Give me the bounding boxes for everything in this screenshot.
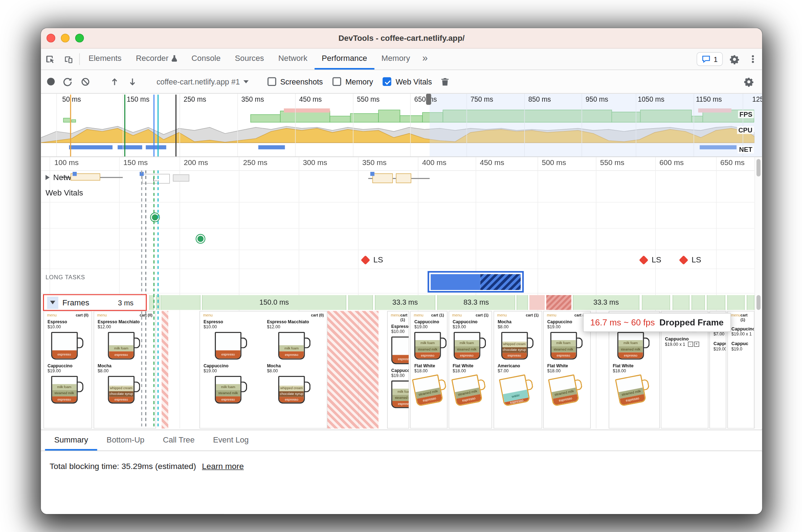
cup-handle bbox=[643, 338, 650, 348]
cup-layer: espresso bbox=[109, 397, 134, 403]
product-price: $19.00 bbox=[547, 324, 587, 329]
overview-drag-handle[interactable] bbox=[426, 93, 431, 105]
long-tasks-track-label: LONG TASKS bbox=[45, 274, 85, 280]
network-disclosure-icon[interactable] bbox=[45, 175, 49, 180]
devtools-settings-button[interactable] bbox=[725, 49, 744, 70]
filmstrip-screenshot[interactable]: menucart (0)Espresso$10.00espressoEspres… bbox=[199, 311, 327, 429]
increment-button[interactable]: + bbox=[694, 342, 699, 347]
coffee-cup: milk foamsteamed milkespresso bbox=[453, 332, 487, 359]
screenshot-header: menucart (1) bbox=[411, 311, 447, 318]
cup-layer: steamed milk bbox=[392, 395, 409, 401]
checkbox-web-vitals[interactable]: Web Vitals bbox=[383, 77, 432, 86]
more-tabs-chevron[interactable]: » bbox=[417, 49, 433, 70]
cart-item-qty: $19.00 bbox=[714, 346, 726, 351]
load-profile-button[interactable] bbox=[110, 77, 120, 87]
cup-handle bbox=[527, 338, 533, 348]
tab-elements[interactable]: Elements bbox=[81, 49, 129, 70]
kebab-menu-button[interactable] bbox=[744, 49, 762, 70]
web-vitals-track-label[interactable]: Web Vitals bbox=[45, 188, 83, 198]
frame-segment[interactable] bbox=[348, 295, 373, 310]
cup-layer: espresso bbox=[392, 401, 409, 407]
frame-segment[interactable] bbox=[642, 295, 670, 310]
frame-segment[interactable] bbox=[747, 295, 754, 310]
overview-row-label: FPS bbox=[738, 111, 754, 118]
messages-button[interactable]: 1 bbox=[697, 52, 723, 66]
coffee-cup: milk foamsteamed milkespresso bbox=[414, 332, 448, 359]
cup-body: milk foamsteamed milkespresso bbox=[414, 332, 441, 359]
frame-segment[interactable] bbox=[673, 295, 690, 310]
web-vitals-marker[interactable] bbox=[197, 235, 205, 243]
filmstrip-screenshot[interactable]: menucart (1)Cappucino$19.00 x 1-+Cappuc$… bbox=[727, 311, 754, 429]
frames-disclosure-chip[interactable] bbox=[47, 296, 58, 309]
filmstrip-screenshot[interactable]: menucart (0)Espresso Macchiato$12.00milk… bbox=[93, 311, 156, 429]
bottom-tab-call-tree[interactable]: Call Tree bbox=[154, 430, 204, 450]
marker-guide-line bbox=[154, 170, 154, 429]
inspect-element-button[interactable] bbox=[41, 49, 59, 70]
scrollbar-thumb[interactable] bbox=[757, 295, 760, 310]
save-profile-button[interactable] bbox=[127, 77, 138, 87]
tab-recorder[interactable]: Recorder bbox=[129, 49, 184, 70]
filmstrip-screenshot[interactable]: menucart (1)Cappuccino$19.00milk foamste… bbox=[410, 311, 448, 429]
tab-network[interactable]: Network bbox=[271, 49, 314, 70]
tab-console[interactable]: Console bbox=[184, 49, 228, 70]
layout-shift-marker[interactable] bbox=[361, 255, 370, 265]
checkbox-label: Memory bbox=[346, 77, 373, 86]
screenshot-header: menucart (1) bbox=[449, 311, 492, 318]
reload-record-button[interactable] bbox=[62, 77, 73, 87]
frame-segment[interactable] bbox=[707, 295, 725, 310]
filmstrip-screenshot[interactable]: menucart (0)Espresso$10.00espressoCappuc… bbox=[43, 311, 92, 429]
overview-time-label: 850 ms bbox=[528, 96, 551, 103]
network-request-bar[interactable]: I... bbox=[142, 174, 170, 184]
frame-segment[interactable] bbox=[691, 295, 705, 310]
overview-gridline bbox=[410, 93, 411, 156]
clear-button[interactable] bbox=[80, 77, 91, 87]
product-grid: Espresso$10.00espressoEspresso Macchiato… bbox=[200, 318, 327, 406]
device-toolbar-button[interactable] bbox=[59, 49, 78, 70]
network-request-bar[interactable] bbox=[173, 174, 189, 182]
filmstrip-screenshot[interactable]: menucart (1)Cappuccino$19.00milk foamste… bbox=[449, 311, 492, 429]
learn-more-link[interactable]: Learn more bbox=[202, 462, 244, 470]
tab-sources[interactable]: Sources bbox=[228, 49, 271, 70]
tab-memory[interactable]: Memory bbox=[374, 49, 417, 70]
overview-gridline bbox=[56, 93, 57, 156]
filmstrip-screenshot[interactable]: menucart (1)Mocha$8.00whipped creamchoco… bbox=[494, 311, 542, 429]
checkbox-box[interactable] bbox=[383, 77, 391, 86]
layout-shift-marker[interactable] bbox=[639, 255, 648, 265]
decrement-button[interactable]: - bbox=[688, 342, 693, 347]
frames-track-header[interactable]: Frames 3 ms bbox=[43, 294, 147, 311]
cart-item-qty: $7.00 x bbox=[714, 332, 726, 337]
frame-segment[interactable] bbox=[530, 295, 545, 310]
frame-segment[interactable] bbox=[161, 295, 200, 310]
scrollbar-thumb[interactable] bbox=[757, 159, 760, 176]
frame-segment[interactable] bbox=[546, 295, 571, 310]
vertical-scrollbar[interactable] bbox=[754, 157, 762, 429]
cup-layer: espresso bbox=[216, 396, 241, 402]
checkbox-memory[interactable]: Memory bbox=[333, 77, 373, 86]
timeline-tracks[interactable]: Network Web Vitals LONG TASKS Frames 3 m… bbox=[41, 157, 762, 429]
frame-segment[interactable] bbox=[727, 295, 745, 310]
network-request-bar[interactable] bbox=[396, 173, 411, 183]
cup-layer: milk foam bbox=[52, 384, 77, 390]
checkbox-box[interactable] bbox=[267, 77, 276, 86]
profile-select[interactable]: coffee-cart.netlify.app #1 bbox=[156, 77, 248, 86]
bottom-tab-summary[interactable]: Summary bbox=[45, 430, 97, 450]
network-request-bar[interactable] bbox=[372, 173, 393, 183]
bottom-tab-bottom-up[interactable]: Bottom-Up bbox=[97, 430, 154, 450]
cup-body: steamed milkespresso bbox=[412, 374, 444, 407]
checkbox-box[interactable] bbox=[333, 77, 341, 86]
record-button[interactable] bbox=[47, 78, 54, 85]
filmstrip-screenshot[interactable]: menucart (1)Espresso$10.00espressoCappuc… bbox=[387, 311, 409, 429]
bottom-tab-event-log[interactable]: Event Log bbox=[204, 430, 258, 450]
long-task-bar[interactable] bbox=[427, 271, 524, 292]
layout-shift-marker[interactable] bbox=[679, 255, 688, 265]
timeline-overview[interactable]: 50 ms150 ms250 ms350 ms450 ms550 ms650 m… bbox=[41, 93, 762, 157]
checkbox-screenshots[interactable]: Screenshots bbox=[267, 77, 323, 86]
overview-gridline bbox=[123, 93, 123, 156]
tab-performance[interactable]: Performance bbox=[315, 49, 375, 70]
capture-settings-button[interactable] bbox=[744, 77, 754, 87]
frame-segment[interactable] bbox=[517, 295, 528, 310]
screenshot-header: menucart (0) bbox=[44, 311, 92, 318]
delete-recording-button[interactable] bbox=[440, 77, 450, 87]
screenshot-header: menucart (1) bbox=[728, 311, 754, 323]
cup-layer: espresso bbox=[52, 350, 77, 359]
